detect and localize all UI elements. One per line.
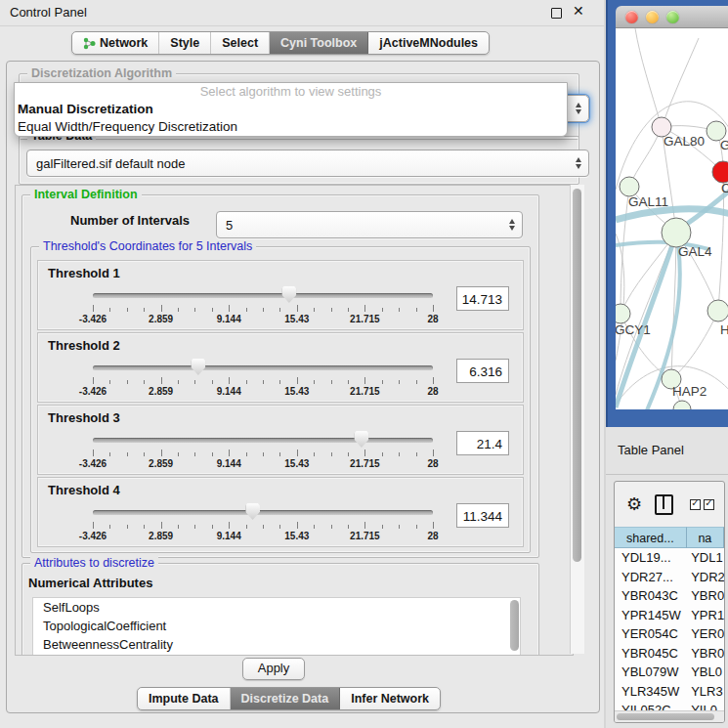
network-node[interactable] bbox=[616, 304, 630, 323]
vertical-scrollbar-thumb[interactable] bbox=[573, 189, 581, 562]
app-root: { "window": { "title": "Control Panel" }… bbox=[0, 0, 728, 728]
table-cell: YIL0 bbox=[685, 701, 724, 710]
close-traffic-light-icon[interactable] bbox=[625, 11, 638, 23]
network-node-label: C bbox=[721, 181, 728, 195]
slider-track[interactable] bbox=[93, 438, 433, 443]
table-row[interactable]: YBL079WYBL0 bbox=[615, 663, 724, 682]
interval-definition-group: Interval Definition Number of Intervals … bbox=[21, 194, 539, 558]
number-of-intervals-value: 5 bbox=[226, 218, 233, 233]
attribute-list-item[interactable]: TopologicalCoefficient bbox=[33, 617, 520, 635]
threshold-value-field[interactable]: 11.344 bbox=[456, 503, 509, 528]
tab-cyni-toolbox[interactable]: Cyni Toolbox bbox=[270, 32, 368, 54]
network-view-panel[interactable]: GAL80GACGAL11GAL4GCY1HHAP2 bbox=[606, 0, 728, 427]
slider-track[interactable] bbox=[93, 365, 433, 370]
thresholds-group-title: Threshold's Coordinates for 5 Intervals bbox=[39, 239, 256, 254]
zoom-traffic-light-icon[interactable] bbox=[666, 11, 679, 23]
tab-impute-data[interactable]: Impute Data bbox=[138, 688, 231, 709]
tab-network[interactable]: Network bbox=[72, 32, 159, 54]
threshold-label: Threshold 4 bbox=[48, 483, 120, 497]
network-node-label: GA bbox=[720, 138, 728, 152]
table-row[interactable]: YER054CYER0 bbox=[615, 624, 724, 644]
threshold-value-field[interactable]: 6.316 bbox=[456, 359, 509, 383]
table-row[interactable]: YPR145WYPR1 bbox=[615, 606, 724, 625]
threshold-slider[interactable]: -3.4262.8599.14415.4321.71528 bbox=[93, 501, 433, 544]
table-row[interactable]: YLR345WYLR3 bbox=[615, 682, 724, 702]
gear-icon[interactable]: ⚙ bbox=[626, 495, 642, 513]
slider-thumb[interactable] bbox=[191, 359, 205, 375]
network-node-label: GAL80 bbox=[664, 134, 705, 149]
threshold-box: Threshold 3-3.4262.8599.14415.4321.71528… bbox=[37, 405, 524, 475]
table-data-combobox-value: galFiltered.sif default node bbox=[36, 156, 185, 171]
algorithm-option[interactable]: Equal Width/Frequency Discretization bbox=[15, 118, 567, 136]
split-view-icon[interactable] bbox=[655, 494, 673, 515]
table-row[interactable]: YBR045CYBR0 bbox=[615, 644, 724, 664]
number-of-intervals-combobox[interactable]: 5 bbox=[216, 211, 523, 238]
tab-label: Cyni Toolbox bbox=[280, 36, 357, 50]
algorithm-dropdown-hint[interactable]: Select algorithm to view settings bbox=[15, 83, 567, 101]
threshold-label: Threshold 1 bbox=[48, 266, 120, 280]
slider-thumb[interactable] bbox=[245, 503, 260, 520]
checkbox-icon[interactable] bbox=[704, 499, 714, 510]
network-canvas[interactable]: GAL80GACGAL11GAL4GCY1HHAP2 bbox=[616, 28, 728, 409]
network-window: GAL80GACGAL11GAL4GCY1HHAP2 bbox=[616, 6, 728, 409]
table-row[interactable]: YIL052CYIL0 bbox=[615, 701, 724, 710]
attribute-list-item[interactable]: BetweennessCentrality bbox=[33, 635, 520, 654]
combo-stepper-icon bbox=[509, 219, 515, 231]
tab-style[interactable]: Style bbox=[159, 32, 211, 54]
numerical-attributes-list[interactable]: SelfLoopsTopologicalCoefficientBetweenne… bbox=[32, 597, 521, 656]
tab-select[interactable]: Select bbox=[211, 32, 270, 54]
column-checkboxes bbox=[690, 499, 714, 510]
apply-button[interactable]: Apply bbox=[242, 658, 305, 680]
attribute-list-item[interactable]: SelfLoops bbox=[33, 598, 520, 617]
network-node[interactable] bbox=[673, 401, 691, 409]
network-node[interactable] bbox=[620, 177, 639, 196]
tab-jactivemnodules[interactable]: jActiveMNodules bbox=[368, 32, 489, 54]
table-row[interactable]: YDL19...YDL1 bbox=[615, 548, 724, 568]
table-data-combobox[interactable]: galFiltered.sif default node bbox=[26, 150, 589, 177]
threshold-value-field[interactable]: 21.4 bbox=[456, 431, 509, 455]
table-cell: YLR345W bbox=[615, 682, 685, 702]
table-horizontal-scrollbar[interactable] bbox=[615, 710, 724, 722]
slider-track[interactable] bbox=[93, 510, 433, 515]
table-cell: YBL0 bbox=[685, 663, 724, 682]
checkbox-icon[interactable] bbox=[690, 499, 701, 510]
threshold-value-field[interactable]: 14.713 bbox=[456, 286, 509, 311]
threshold-slider[interactable]: -3.4262.8599.14415.4321.71528 bbox=[93, 357, 433, 400]
threshold-slider[interactable]: -3.4262.8599.14415.4321.71528 bbox=[93, 429, 433, 472]
table-row[interactable]: YDR27...YDR2 bbox=[615, 568, 724, 587]
slider-thumb[interactable] bbox=[354, 431, 368, 448]
algorithm-option[interactable]: Manual Discretization bbox=[15, 101, 567, 118]
attributes-list-scrollbar[interactable] bbox=[510, 600, 519, 651]
table-row[interactable]: YBR043CYBR0 bbox=[615, 586, 724, 606]
algorithm-dropdown-popup: Select algorithm to view settings Manual… bbox=[14, 82, 568, 137]
cyni-toolbox-content: Discretization Algorithm Select algorith… bbox=[6, 61, 600, 713]
table-horizontal-scrollbar-thumb[interactable] bbox=[617, 713, 714, 720]
control-panel: Control Panel ✕ NetworkStyleSelectCyni T… bbox=[0, 0, 604, 728]
number-of-intervals-label: Number of Intervals bbox=[70, 213, 190, 228]
tab-infer-network[interactable]: Infer Network bbox=[340, 688, 440, 709]
float-window-icon[interactable] bbox=[551, 8, 562, 19]
table-cell: YBR045C bbox=[615, 644, 685, 664]
table-cell: YDR2 bbox=[685, 568, 724, 587]
threshold-slider[interactable]: -3.4262.8599.14415.4321.71528 bbox=[93, 284, 433, 327]
table-column-header[interactable]: shared... bbox=[615, 527, 687, 548]
table-column-header[interactable]: na bbox=[687, 527, 724, 548]
network-node[interactable] bbox=[662, 218, 691, 247]
slider-ticks bbox=[93, 377, 433, 385]
tab-label: Discretize Data bbox=[241, 692, 329, 706]
table-cell: YER0 bbox=[685, 624, 724, 644]
minimize-traffic-light-icon[interactable] bbox=[646, 11, 659, 23]
slider-ticks bbox=[93, 522, 433, 530]
tab-discretize-data[interactable]: Discretize Data bbox=[231, 688, 341, 709]
slider-track[interactable] bbox=[93, 293, 433, 298]
network-node-label: H bbox=[720, 322, 728, 337]
network-node[interactable] bbox=[707, 300, 728, 321]
close-icon[interactable]: ✕ bbox=[573, 3, 584, 19]
vertical-scrollbar[interactable] bbox=[570, 185, 584, 654]
table-cell: YPR145W bbox=[615, 606, 685, 625]
table-toolbar: ⚙ bbox=[615, 482, 724, 527]
slider-thumb[interactable] bbox=[281, 286, 296, 303]
bottom-tab-bar: Impute DataDiscretize DataInfer Network bbox=[137, 687, 441, 710]
threshold-box: Threshold 4-3.4262.8599.14415.4321.71528… bbox=[37, 477, 524, 547]
table-panel-title: Table Panel bbox=[606, 443, 684, 457]
